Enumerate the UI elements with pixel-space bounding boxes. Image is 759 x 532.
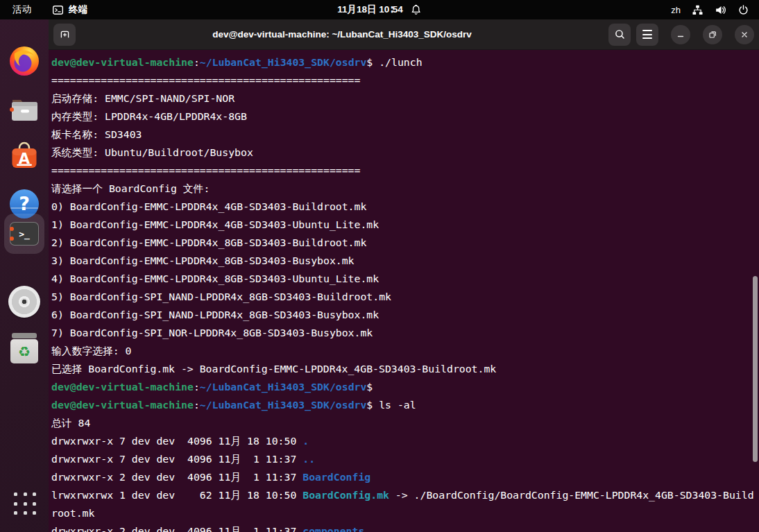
terminal-line: 1) BoardConfig-EMMC-LPDDR4x_4GB-SD3403-U…: [51, 216, 759, 234]
dock-item-ubuntu-software[interactable]: A: [8, 140, 41, 173]
dock: A ? >_ ♻: [0, 19, 49, 532]
terminal-line: ========================================…: [51, 162, 759, 180]
show-applications-button[interactable]: [14, 492, 37, 516]
dock-divider: [10, 207, 38, 209]
terminal-line: 7) BoardConfig-SPI_NOR-LPDDR4x_8GB-SD340…: [51, 324, 759, 342]
terminal-icon: >_: [10, 222, 39, 246]
files-running-indicator: [10, 108, 14, 112]
terminal-line: 总计 84: [51, 414, 759, 432]
keyboard-layout-indicator: zh: [671, 5, 681, 15]
maximize-button[interactable]: [703, 25, 722, 44]
terminal-line: 已选择 BoardConfig.mk -> BoardConfig-EMMC-L…: [51, 360, 759, 378]
desktop: 活动 终端 11月18日 10∶54 zh: [0, 0, 759, 532]
system-status-area[interactable]: zh: [661, 0, 759, 19]
terminal-line: 0) BoardConfig-EMMC-LPDDR4x_4GB-SD3403-B…: [51, 198, 759, 216]
restore-icon: [708, 30, 717, 40]
focused-app-menu[interactable]: 终端: [52, 3, 87, 16]
terminal-line: 输入数字选择: 0: [51, 342, 759, 360]
search-icon: [614, 28, 626, 40]
focused-app-name: 终端: [69, 3, 87, 16]
power-icon: [737, 4, 749, 16]
terminal-line: 系统类型: Ubuntu/Buildroot/Busybox: [51, 144, 759, 162]
terminal-running-indicator-1: [10, 227, 14, 231]
headerbar[interactable]: dev@dev-virtual-machine: ~/LubanCat_Hi34…: [49, 19, 759, 50]
menu-button[interactable]: [636, 24, 658, 46]
ubuntu-software-icon: A: [8, 140, 41, 173]
terminal-line: 2) BoardConfig-EMMC-LPDDR4x_8GB-SD3403-B…: [51, 234, 759, 252]
terminal-line: 板卡名称: SD3403: [51, 126, 759, 144]
terminal-line: 请选择一个 BoardConfig 文件:: [51, 180, 759, 198]
terminal-line: dev@dev-virtual-machine:~/LubanCat_Hi340…: [51, 396, 759, 414]
minimize-button[interactable]: [671, 25, 690, 44]
terminal-output[interactable]: dev@dev-virtual-machine:~/LubanCat_Hi340…: [49, 50, 759, 532]
minimize-icon: [676, 30, 685, 40]
disc-icon: [8, 286, 40, 318]
recycle-symbol: ♻: [18, 343, 31, 360]
dock-item-files[interactable]: [8, 93, 41, 126]
trash-icon: ♻: [10, 333, 38, 363]
dock-item-disc[interactable]: [8, 285, 41, 318]
terminal-line: drwxrwxr-x 2 dev dev 4096 11月 1 11:37 Bo…: [51, 468, 759, 486]
window-title: dev@dev-virtual-machine: ~/LubanCat_Hi34…: [81, 29, 603, 40]
new-tab-button[interactable]: [53, 24, 76, 46]
notification-bell-icon: [410, 4, 422, 16]
activities-button[interactable]: 活动: [12, 3, 31, 16]
volume-icon: [715, 4, 726, 16]
terminal-line: ========================================…: [51, 71, 759, 89]
terminal-line: 启动存储: EMMC/SPI-NAND/SPI-NOR: [51, 89, 759, 108]
terminal-line: dev@dev-virtual-machine:~/LubanCat_Hi340…: [51, 378, 759, 396]
dock-item-firefox[interactable]: [8, 44, 41, 78]
terminal-line: drwxrwxr-x 7 dev dev 4096 11月 1 11:37 ..: [51, 450, 759, 468]
network-icon: [692, 4, 703, 16]
firefox-icon: [8, 44, 41, 78]
terminal-line: 5) BoardConfig-SPI_NAND-LPDDR4x_8GB-SD34…: [51, 288, 759, 306]
scrollbar-thumb[interactable]: [753, 276, 758, 462]
clock-button[interactable]: 11月18日 10∶54: [337, 3, 422, 16]
terminal-lines-container: dev@dev-virtual-machine:~/LubanCat_Hi340…: [51, 53, 759, 532]
terminal-line: 4) BoardConfig-EMMC-LPDDR4x_8GB-SD3403-U…: [51, 270, 759, 288]
svg-text:?: ?: [19, 193, 30, 214]
dock-item-terminal[interactable]: >_: [8, 217, 41, 250]
terminal-line: 6) BoardConfig-SPI_NAND-LPDDR4x_8GB-SD34…: [51, 306, 759, 324]
top-bar: 活动 终端 11月18日 10∶54 zh: [0, 0, 759, 19]
terminal-line: lrwxrwxrwx 1 dev dev 62 11月 18 10:50 Boa…: [51, 486, 759, 522]
terminal-line: drwxrwxr-x 7 dev dev 4096 11月 18 10:50 .: [51, 432, 759, 450]
terminal-line: dev@dev-virtual-machine:~/LubanCat_Hi340…: [51, 53, 759, 71]
new-tab-icon: [59, 28, 71, 40]
terminal-window: dev@dev-virtual-machine: ~/LubanCat_Hi34…: [49, 19, 759, 532]
terminal-line: drwxrwxr-x 2 dev dev 4096 11月 1 11:37 co…: [51, 522, 759, 532]
terminal-line: 3) BoardConfig-EMMC-LPDDR4x_8GB-SD3403-B…: [51, 252, 759, 270]
terminal-app-icon: [52, 4, 64, 16]
close-button[interactable]: [735, 25, 754, 44]
hamburger-icon: [642, 30, 652, 39]
terminal-running-indicator-2: [10, 237, 14, 241]
search-button[interactable]: [608, 24, 631, 46]
close-icon: [740, 30, 749, 40]
terminal-line: 内存类型: LPDDR4x-4GB/LPDDR4x-8GB: [51, 108, 759, 126]
clock-label: 11月18日 10∶54: [337, 3, 403, 16]
dock-item-trash[interactable]: ♻: [8, 332, 41, 365]
